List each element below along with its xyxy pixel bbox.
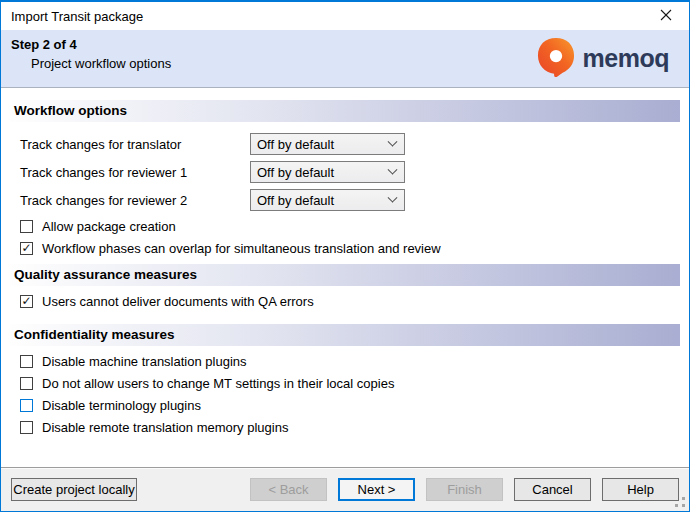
chevron-down-icon (388, 136, 398, 146)
allow-package-creation-label[interactable]: Allow package creation (42, 219, 176, 234)
qa-errors-label[interactable]: Users cannot deliver documents with QA e… (42, 294, 314, 309)
disable-terminology-plugins-checkbox[interactable] (20, 399, 33, 412)
row-disable-mt-plugins: Disable machine translation plugins (20, 354, 680, 368)
section-confidentiality: Confidentiality measures (10, 324, 680, 346)
memoq-logo: memoq (537, 37, 669, 81)
row-track-changes-reviewer2: Track changes for reviewer 2 Off by defa… (20, 189, 680, 211)
disable-remote-tm-plugins-label[interactable]: Disable remote translation memory plugin… (42, 420, 288, 435)
selected-value: Off by default (257, 165, 389, 180)
create-project-locally-button[interactable]: Create project locally (11, 478, 137, 501)
row-disable-terminology-plugins: Disable terminology plugins (20, 398, 680, 412)
dialog-footer: Create project locally < Back Next > Fin… (1, 467, 689, 511)
row-no-mt-settings-change: Do not allow users to change MT settings… (20, 376, 680, 390)
memoq-q-icon (537, 37, 575, 81)
close-button[interactable] (651, 5, 681, 27)
title-bar[interactable]: Import Transit package (1, 2, 689, 30)
disable-mt-plugins-checkbox[interactable] (20, 355, 33, 368)
disable-terminology-plugins-label[interactable]: Disable terminology plugins (42, 398, 201, 413)
workflow-phases-overlap-label[interactable]: Workflow phases can overlap for simultan… (42, 241, 441, 256)
track-changes-reviewer2-label: Track changes for reviewer 2 (20, 193, 250, 208)
track-changes-translator-select[interactable]: Off by default (250, 133, 405, 155)
next-button[interactable]: Next > (338, 478, 415, 501)
track-changes-reviewer1-select[interactable]: Off by default (250, 161, 405, 183)
back-button: < Back (250, 478, 327, 501)
row-qa-errors: Users cannot deliver documents with QA e… (20, 294, 680, 308)
no-mt-settings-change-checkbox[interactable] (20, 377, 33, 390)
import-transit-package-dialog: Import Transit package Step 2 of 4 Proje… (0, 0, 690, 512)
workflow-phases-overlap-checkbox[interactable] (20, 242, 33, 255)
row-track-changes-translator: Track changes for translator Off by defa… (20, 133, 680, 155)
row-track-changes-reviewer1: Track changes for reviewer 1 Off by defa… (20, 161, 680, 183)
wizard-buttons: < Back Next > Finish Cancel Help (250, 478, 679, 501)
section-quality-assurance: Quality assurance measures (10, 264, 680, 286)
wizard-header: Step 2 of 4 Project workflow options m (1, 30, 689, 88)
chevron-down-icon (388, 164, 398, 174)
finish-button: Finish (426, 478, 503, 501)
section-workflow-options: Workflow options (10, 100, 680, 122)
disable-mt-plugins-label[interactable]: Disable machine translation plugins (42, 354, 247, 369)
chevron-down-icon (388, 192, 398, 202)
selected-value: Off by default (257, 193, 389, 208)
track-changes-reviewer1-label: Track changes for reviewer 1 (20, 165, 250, 180)
disable-remote-tm-plugins-checkbox[interactable] (20, 421, 33, 434)
dialog-content: Workflow options Track changes for trans… (1, 88, 689, 467)
row-workflow-phases-overlap: Workflow phases can overlap for simultan… (20, 241, 680, 255)
qa-errors-checkbox[interactable] (20, 295, 33, 308)
track-changes-reviewer2-select[interactable]: Off by default (250, 189, 405, 211)
cancel-button[interactable]: Cancel (514, 478, 591, 501)
row-allow-package-creation: Allow package creation (20, 219, 680, 233)
allow-package-creation-checkbox[interactable] (20, 220, 33, 233)
track-changes-translator-label: Track changes for translator (20, 137, 250, 152)
help-button[interactable]: Help (602, 478, 679, 501)
resize-grip[interactable] (675, 497, 685, 507)
window-title: Import Transit package (11, 9, 143, 24)
selected-value: Off by default (257, 137, 389, 152)
memoq-wordmark: memoq (583, 44, 669, 73)
close-icon (660, 9, 672, 24)
no-mt-settings-change-label[interactable]: Do not allow users to change MT settings… (42, 376, 394, 391)
row-disable-remote-tm-plugins: Disable remote translation memory plugin… (20, 420, 680, 434)
